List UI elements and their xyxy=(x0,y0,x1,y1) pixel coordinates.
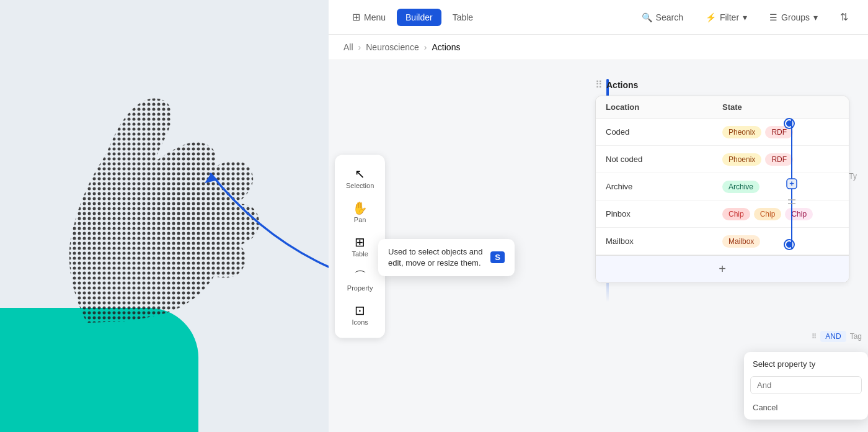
search-label: Search xyxy=(656,12,683,22)
top-nav: ⊞ Menu Builder Table 🔍 Search ⚡ Filter ▾ xyxy=(329,0,868,35)
property-icon: ⌒ xyxy=(354,269,366,282)
cell-location: Pinbox xyxy=(606,209,722,218)
chip-archive: Archive xyxy=(722,181,760,193)
chip-phoenix: Phoenix xyxy=(722,153,761,166)
cell-location: Coded xyxy=(606,127,722,137)
hand-icon: ✋ xyxy=(352,201,368,214)
col-state: State xyxy=(722,102,839,112)
select-property-header: Select property ty xyxy=(744,352,868,372)
breadcrumb: All › Neuroscience › Actions xyxy=(329,35,868,60)
table-row[interactable]: Coded Pheonix RDF xyxy=(596,119,849,146)
breadcrumb-all[interactable]: All xyxy=(343,42,353,52)
toolbar-pan[interactable]: ✋ Pan xyxy=(343,196,378,228)
tab-menu-label: Menu xyxy=(364,12,386,22)
main-content: ⊞ Menu Builder Table 🔍 Search ⚡ Filter ▾ xyxy=(329,0,868,432)
tooltip-shortcut: S xyxy=(490,251,505,263)
plus-icon: + xyxy=(719,262,726,276)
drag-handle-icon: ⠿ xyxy=(595,79,603,91)
cell-state: Phoenix RDF xyxy=(722,153,839,166)
breadcrumb-sep-1: › xyxy=(358,42,361,52)
type-text: Ty xyxy=(849,172,857,181)
actions-table: Location State Coded Pheonix RDF Not cod… xyxy=(595,96,849,283)
nav-actions: 🔍 Search ⚡ Filter ▾ ☰ Groups ▾ ⇅ xyxy=(637,9,853,25)
groups-label: Groups xyxy=(781,12,810,22)
sort-button[interactable]: ⇅ xyxy=(835,9,853,25)
groups-button[interactable]: ☰ Groups ▾ xyxy=(764,10,823,25)
sort-icon: ⇅ xyxy=(840,11,848,23)
bg-decorative-area xyxy=(0,0,329,432)
toolbar-selection[interactable]: ↖ Selection xyxy=(340,162,380,194)
toolbar-property-label: Property xyxy=(347,284,373,291)
cell-location: Not coded xyxy=(606,155,722,164)
table-row[interactable]: Not coded Phoenix RDF xyxy=(596,146,849,173)
cell-location: Archive xyxy=(606,182,722,191)
icons-icon: ⊡ xyxy=(355,304,365,316)
actions-table-title: Actions xyxy=(606,80,638,90)
filter-button[interactable]: ⚡ Filter ▾ xyxy=(701,10,752,25)
cell-state: Mailbox xyxy=(722,235,839,248)
chevron-down-icon: ▾ xyxy=(743,12,747,22)
table-icon: ⊞ xyxy=(355,235,365,248)
breadcrumb-sep-2: › xyxy=(424,42,427,52)
col-location: Location xyxy=(606,102,722,112)
grid-icon: ⊞ xyxy=(352,11,360,23)
toolbar-selection-label: Selection xyxy=(346,181,374,189)
cursor-icon: ↖ xyxy=(355,167,365,179)
tab-table-label: Table xyxy=(453,12,473,22)
breadcrumb-neuroscience[interactable]: Neuroscience xyxy=(366,42,419,52)
table-row[interactable]: Mailbox Mailbox xyxy=(596,228,849,255)
tab-table[interactable]: Table xyxy=(444,9,482,26)
chip-mailbox: Mailbox xyxy=(722,235,760,248)
nav-tabs: ⊞ Menu Builder Table xyxy=(343,7,632,27)
tag-label: Tag xyxy=(850,332,862,341)
cell-state: Pheonix RDF xyxy=(722,126,839,138)
canvas-area: ↖ Selection ✋ Pan ⊞ Table ⌒ Property ⊡ I… xyxy=(329,60,868,432)
actions-table-header: ⠿ Actions xyxy=(595,79,849,91)
svg-text:+: + xyxy=(789,179,794,188)
select-property-input[interactable] xyxy=(750,376,862,394)
actions-table-container: ⠿ Actions Location State Coded Pheonix R… xyxy=(595,79,849,283)
select-property-panel: Select property ty Cancel xyxy=(744,352,868,420)
tab-menu[interactable]: ⊞ Menu xyxy=(343,7,394,27)
groups-icon: ☰ xyxy=(769,12,777,22)
dots-icon: ⠿ xyxy=(812,333,817,341)
tooltip-box: Used to select objects and edit, move or… xyxy=(378,239,515,276)
toolbar-property[interactable]: ⌒ Property xyxy=(341,264,379,296)
chip-pheonix: Pheonix xyxy=(722,126,761,138)
cell-location: Mailbox xyxy=(606,236,722,246)
add-row-button[interactable]: + xyxy=(596,255,849,282)
tab-builder-label: Builder xyxy=(405,12,433,22)
cell-state: Archive xyxy=(722,181,839,193)
tooltip-text: Used to select objects and edit, move or… xyxy=(388,246,484,269)
and-label: AND xyxy=(820,331,846,342)
table-row[interactable]: Archive Archive xyxy=(596,173,849,200)
cancel-button[interactable]: Cancel xyxy=(744,398,868,420)
filter-row: ⠿ AND Tag xyxy=(812,331,862,342)
chip-2: Chip xyxy=(754,208,782,220)
toolbar-table[interactable]: ⊞ Table xyxy=(343,230,378,262)
connector-line: + xyxy=(786,119,798,250)
cell-state: Chip Chip Chip xyxy=(722,208,839,220)
search-button[interactable]: 🔍 Search xyxy=(637,10,688,25)
chip-1: Chip xyxy=(722,208,750,220)
halftone-hand-illustration xyxy=(37,62,273,341)
search-icon: 🔍 xyxy=(642,12,652,22)
toolbar-icons-label: Icons xyxy=(352,318,368,325)
table-head: Location State xyxy=(596,96,849,119)
table-row[interactable]: Pinbox Chip Chip Chip xyxy=(596,200,849,228)
toolbar-table-label: Table xyxy=(352,250,368,257)
svg-rect-1 xyxy=(37,62,273,341)
filter-label: Filter xyxy=(720,12,739,22)
breadcrumb-actions[interactable]: Actions xyxy=(432,42,461,52)
tab-builder[interactable]: Builder xyxy=(397,9,441,26)
chevron-down-icon-2: ▾ xyxy=(813,12,818,22)
filter-icon: ⚡ xyxy=(706,12,716,22)
type-label: Ty xyxy=(849,172,857,181)
toolbar-pan-label: Pan xyxy=(354,215,366,223)
toolbar-icons[interactable]: ⊡ Icons xyxy=(343,299,378,330)
